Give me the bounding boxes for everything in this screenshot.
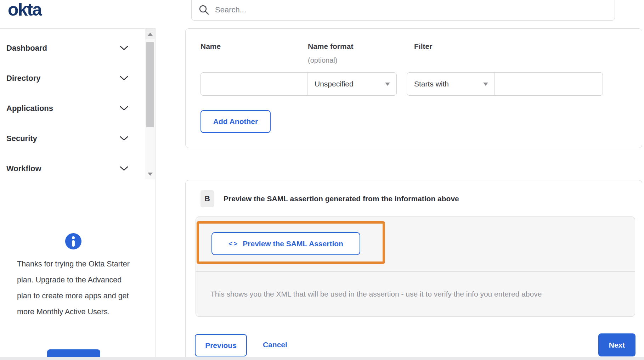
name-format-column-header: Name format: [308, 42, 353, 51]
search-icon: [199, 5, 209, 15]
name-format-selected-value: Unspecified: [315, 80, 354, 88]
info-icon-dot: [72, 236, 75, 239]
scroll-up-icon: [148, 33, 153, 36]
sidebar: Dashboard Directory Applications Securit…: [0, 28, 156, 357]
sidebar-item-label: Security: [6, 134, 37, 143]
scrollbar-thumb[interactable]: [146, 42, 154, 127]
chevron-down-icon: [120, 106, 128, 111]
global-search[interactable]: [191, 0, 615, 21]
select-arrow-icon: [483, 83, 488, 86]
sidebar-item-label: Directory: [6, 74, 41, 83]
upgrade-promo-text: Thanks for trying the Okta Starter plan.…: [17, 256, 137, 320]
preview-saml-assertion-button[interactable]: <> Preview the SAML Assertion: [211, 232, 360, 255]
chevron-down-icon: [120, 166, 128, 171]
sidebar-scrollbar[interactable]: [145, 29, 155, 179]
sidebar-item-label: Applications: [6, 104, 53, 113]
sidebar-item-dashboard[interactable]: Dashboard: [6, 33, 155, 63]
bottom-scrollbar-track[interactable]: [0, 357, 644, 360]
scroll-down-button[interactable]: [145, 169, 155, 179]
add-another-button[interactable]: Add Another: [200, 110, 271, 133]
sidebar-item-workflow[interactable]: Workflow: [6, 153, 155, 184]
chevron-down-icon: [120, 136, 128, 141]
filter-column-header: Filter: [414, 42, 432, 51]
preview-panel: <> Preview the SAML Assertion This shows…: [196, 216, 635, 317]
sidebar-nav: Dashboard Directory Applications Securit…: [0, 29, 155, 179]
info-icon: [65, 233, 81, 249]
select-arrow-icon: [385, 83, 390, 86]
attribute-name-input[interactable]: [200, 72, 307, 96]
info-icon-stem: [72, 240, 75, 247]
sidebar-item-directory[interactable]: Directory: [6, 63, 155, 93]
chevron-down-icon: [120, 76, 128, 80]
preview-section-title: Preview the SAML assertion generated fro…: [224, 195, 459, 203]
search-input[interactable]: [215, 5, 608, 15]
okta-logo: okta: [8, 0, 41, 20]
cancel-link[interactable]: Cancel: [263, 341, 287, 349]
name-column-header: Name: [200, 42, 221, 51]
attribute-statement-card: Name Name format (optional) Filter Unspe…: [185, 28, 642, 148]
sidebar-item-security[interactable]: Security: [6, 123, 155, 153]
preview-description: This shows you the XML that will be used…: [196, 272, 635, 316]
chevron-down-icon: [120, 46, 128, 50]
preview-button-label: Preview the SAML Assertion: [243, 240, 343, 248]
sidebar-item-applications[interactable]: Applications: [6, 93, 155, 123]
okta-admin-screen: okta Dashboard Directory: [0, 0, 644, 360]
next-button[interactable]: Next: [598, 333, 635, 356]
step-b-badge: B: [200, 190, 214, 207]
filter-operator-select[interactable]: Starts with: [407, 72, 495, 96]
scroll-up-button[interactable]: [145, 29, 155, 39]
name-format-select[interactable]: Unspecified: [307, 72, 397, 96]
preview-button-row: <> Preview the SAML Assertion: [196, 217, 635, 272]
saml-preview-card: B Preview the SAML assertion generated f…: [185, 180, 642, 360]
attribute-row: Unspecified Starts with: [200, 72, 603, 96]
sidebar-item-label: Dashboard: [6, 44, 47, 53]
code-icon: <>: [228, 240, 238, 248]
scroll-down-icon: [148, 173, 153, 176]
name-format-optional-hint: (optional): [308, 56, 337, 64]
previous-button[interactable]: Previous: [195, 334, 247, 356]
filter-operator-selected-value: Starts with: [414, 80, 449, 88]
filter-value-input[interactable]: [495, 72, 603, 96]
sidebar-item-label: Workflow: [6, 164, 41, 173]
